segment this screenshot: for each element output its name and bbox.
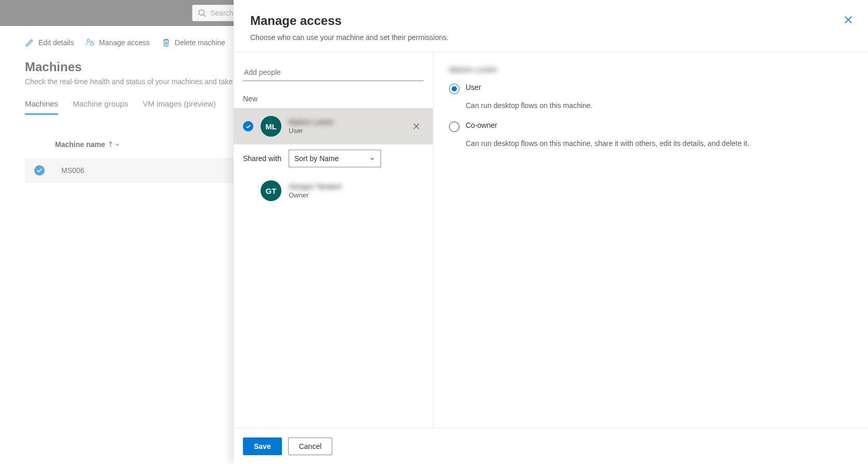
- delete-machine-button[interactable]: Delete machine: [161, 38, 225, 47]
- section-new-label: New: [234, 90, 433, 108]
- sort-indicator[interactable]: [108, 141, 120, 148]
- person-text: Giorgos Tantami Owner: [289, 182, 424, 199]
- shared-person-row[interactable]: GT Giorgos Tantami Owner: [234, 173, 433, 209]
- chevron-down-icon: [114, 141, 120, 148]
- person-name: Marion Lorem: [289, 118, 402, 126]
- person-text: Marion Lorem User: [289, 118, 402, 135]
- pencil-icon: [25, 38, 34, 47]
- avatar: ML: [261, 116, 281, 137]
- permission-desc: Can run desktop flows on this machine.: [466, 100, 852, 111]
- arrow-up-icon: [108, 141, 113, 148]
- tab-machines[interactable]: Machines: [25, 99, 58, 115]
- panel-subtitle: Choose who can use your machine and set …: [250, 33, 851, 42]
- col-machine-name[interactable]: Machine name: [55, 140, 105, 149]
- close-icon: [413, 123, 420, 130]
- panel-header: Manage access Choose who can use your ma…: [234, 0, 868, 52]
- svg-point-2: [87, 39, 90, 42]
- panel-left: New ML Marion Lorem User Shared with Sor…: [234, 52, 433, 428]
- person-role: Owner: [289, 191, 424, 199]
- row-checkbox[interactable]: [34, 165, 45, 176]
- manage-access-panel: Manage access Choose who can use your ma…: [234, 0, 868, 464]
- sort-value: Sort by Name: [294, 154, 339, 163]
- people-lock-icon: [85, 38, 94, 47]
- svg-point-0: [199, 10, 204, 15]
- shared-with-label: Shared with: [243, 154, 281, 163]
- cancel-button[interactable]: Cancel: [288, 438, 333, 455]
- check-icon: [36, 167, 43, 174]
- person-checkbox[interactable]: [243, 121, 253, 131]
- permission-desc: Can run desktop flows on this machine, s…: [466, 138, 852, 149]
- shared-with-row: Shared with Sort by Name: [234, 144, 433, 173]
- search-icon: [198, 9, 206, 17]
- add-people-input[interactable]: [243, 65, 424, 81]
- avatar: GT: [261, 180, 281, 201]
- svg-rect-3: [90, 43, 93, 45]
- new-person-row[interactable]: ML Marion Lorem User: [234, 108, 433, 144]
- search-placeholder: Search: [210, 9, 233, 17]
- edit-details-button[interactable]: Edit details: [25, 38, 74, 47]
- radio-button[interactable]: [449, 84, 459, 94]
- panel-title: Manage access: [250, 14, 851, 28]
- close-icon: [843, 15, 853, 25]
- check-icon: [246, 124, 251, 129]
- remove-person-button[interactable]: [409, 119, 424, 134]
- chevron-down-icon: [369, 155, 375, 162]
- person-role: User: [289, 127, 402, 135]
- permission-user[interactable]: User: [449, 83, 852, 94]
- trash-icon: [161, 38, 171, 47]
- machine-name-cell: MS006: [61, 166, 84, 175]
- permission-title: User: [466, 83, 481, 91]
- panel-right: Marion Lorem User Can run desktop flows …: [433, 52, 868, 428]
- svg-line-1: [204, 15, 206, 17]
- person-name: Giorgos Tantami: [289, 182, 424, 191]
- manage-access-button[interactable]: Manage access: [85, 38, 150, 47]
- selected-person-name: Marion Lorem: [449, 65, 852, 74]
- panel-footer: Save Cancel: [234, 428, 868, 464]
- panel-body: New ML Marion Lorem User Shared with Sor…: [234, 52, 868, 428]
- tab-vm-images[interactable]: VM images (preview): [143, 99, 216, 115]
- permission-coowner[interactable]: Co-owner: [449, 121, 852, 132]
- close-button[interactable]: [843, 15, 853, 25]
- permission-title: Co-owner: [466, 121, 497, 129]
- save-button[interactable]: Save: [243, 438, 282, 455]
- radio-button[interactable]: [449, 122, 459, 132]
- sort-select[interactable]: Sort by Name: [289, 150, 381, 167]
- tab-machine-groups[interactable]: Machine groups: [73, 99, 128, 115]
